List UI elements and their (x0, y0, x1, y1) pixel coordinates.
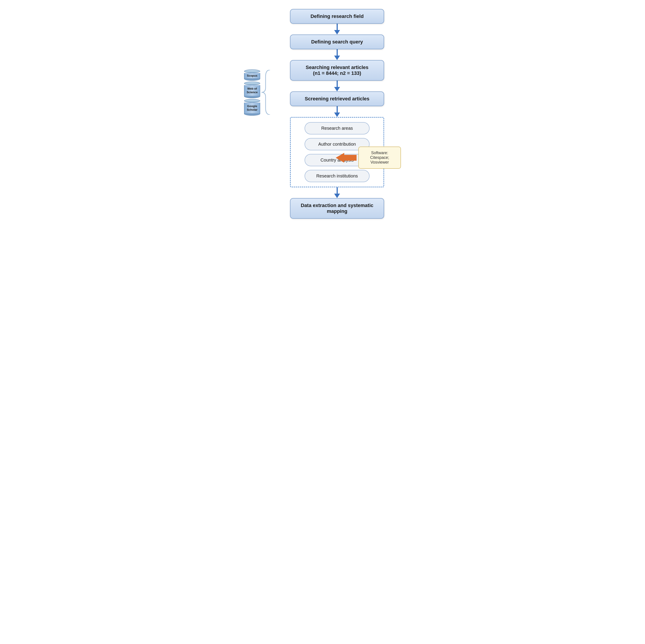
diagram-container: Scopus Web of Science Google Scholar (244, 4, 401, 228)
brace-svg (261, 70, 272, 115)
cyl-bottom-wos (244, 96, 260, 98)
box3-label: Searching relevant articles (n1 = 8444; … (306, 64, 369, 76)
vline2 (337, 49, 338, 55)
box-screening: Screening retrieved articles (290, 91, 384, 106)
box1-label: Defining research field (310, 13, 364, 19)
box5-label: Data extraction and systematic mapping (301, 203, 373, 214)
cyl-body-wos: Web of Science (244, 85, 260, 96)
varrow2 (334, 55, 340, 60)
arrow2 (334, 49, 340, 60)
vline1 (337, 24, 338, 30)
varrow4 (334, 113, 340, 117)
wos-cylinder: Web of Science (244, 81, 260, 98)
gscholar-cylinder: Google Scholar (244, 99, 260, 116)
cyl-bottom-gscholar (244, 114, 260, 116)
vline4 (337, 106, 338, 113)
scopus-label: Scopus (247, 74, 257, 77)
orange-arrowhead (336, 153, 344, 163)
wos-label: Web of Science (246, 87, 257, 94)
cyl-top-scopus (244, 69, 260, 73)
center-column: Defining research field Defining search … (273, 9, 401, 219)
gscholar-label: Google Scholar (247, 104, 257, 112)
varrow5 (334, 194, 340, 198)
varrow3 (334, 87, 340, 91)
box-data-extraction: Data extraction and systematic mapping (290, 198, 384, 219)
vline3 (337, 81, 338, 87)
software-text: Software: Citespace; Vosviewer (370, 151, 389, 165)
varrow1 (334, 30, 340, 34)
inner-research-areas: Research areas (304, 122, 370, 135)
box2-label: Defining search query (311, 39, 363, 45)
cyl-body-gscholar: Google Scholar (244, 102, 260, 114)
box4-label: Screening retrieved articles (305, 96, 370, 101)
databases-group: Scopus Web of Science Google Scholar (244, 69, 260, 117)
vline5 (337, 187, 338, 194)
orange-arrow-shaft (344, 155, 357, 161)
cyl-top-gscholar (244, 99, 260, 102)
software-box: Software: Citespace; Vosviewer (358, 147, 401, 169)
arrow4 (334, 106, 340, 117)
inner-research-institutions: Research institutions (304, 170, 370, 182)
cyl-bottom-scopus (244, 78, 260, 81)
cyl-body-scopus: Scopus (244, 73, 260, 78)
arrow3 (334, 81, 340, 91)
author-contribution-label: Author contribution (318, 142, 356, 147)
orange-arrow-group: Software: Citespace; Vosviewer (336, 147, 401, 169)
research-areas-label: Research areas (321, 126, 353, 131)
box-searching-articles: Searching relevant articles (n1 = 8444; … (290, 60, 384, 81)
cyl-top-wos (244, 81, 260, 85)
box-search-query: Defining search query (290, 34, 384, 49)
research-institutions-label: Research institutions (316, 174, 358, 178)
scopus-cylinder: Scopus (244, 69, 260, 81)
arrow5 (334, 187, 340, 198)
arrow1 (334, 24, 340, 34)
box-research-field: Defining research field (290, 9, 384, 24)
